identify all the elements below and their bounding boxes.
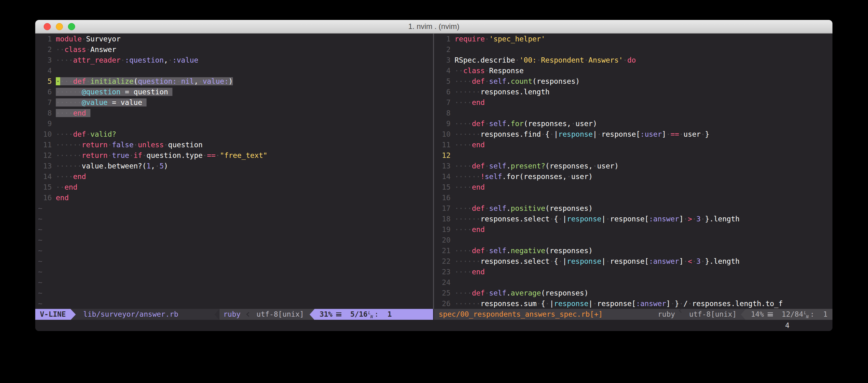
code-line[interactable]: 19····end xyxy=(434,224,833,235)
code-line[interactable]: 3RSpec.describe·'00:·Respondent·Answers'… xyxy=(434,55,833,65)
cursor-block: · xyxy=(56,77,60,85)
code-line[interactable]: 2··class·Answer xyxy=(35,44,433,55)
code-line[interactable]: 16end xyxy=(35,193,433,203)
filler-row[interactable]: ~ xyxy=(35,267,433,277)
code-line[interactable]: 4 xyxy=(35,65,433,76)
line-number: 14 xyxy=(38,171,52,182)
filler-row[interactable]: ~ xyxy=(35,203,433,214)
code-line[interactable]: 7····end xyxy=(434,97,833,108)
line-number: 26 xyxy=(437,298,451,309)
code-line[interactable]: 6······responses.length xyxy=(434,86,833,97)
editor-content: 1module·Surveyor2··class·Answer3····attr… xyxy=(35,34,833,309)
code-line[interactable]: 5····def·initialize(question:·nil,·value… xyxy=(35,76,433,86)
line-number: 16 xyxy=(38,193,52,203)
line-position: 12/84 xyxy=(782,309,803,320)
line-number: 11 xyxy=(437,139,451,150)
code-line[interactable]: 8····end xyxy=(35,108,433,118)
line-number: 4 xyxy=(437,65,451,76)
line-number: 24 xyxy=(437,277,451,288)
code-line[interactable]: 9 xyxy=(35,118,433,129)
code-line[interactable]: 1require·'spec_helper' xyxy=(434,34,833,44)
code-line[interactable]: 4··class·Response xyxy=(434,65,833,76)
code-line[interactable]: 11······return·false·unless·question xyxy=(35,139,433,150)
line-position: 5/16 xyxy=(350,309,367,320)
scroll-percent: 31% xyxy=(319,309,333,320)
line-number: 2 xyxy=(38,44,52,55)
code-line[interactable]: 12 xyxy=(434,150,833,161)
code-line[interactable]: 9····def·self.for(responses,·user) xyxy=(434,118,833,129)
code-line[interactable]: 1module·Surveyor xyxy=(35,34,433,44)
code-line[interactable]: 7······@value·=·value xyxy=(35,97,433,108)
statusline-inactive[interactable]: spec/00_respondents_answers_spec.rb[+] r… xyxy=(434,309,833,320)
filler-row[interactable]: ~ xyxy=(35,298,433,309)
code-line[interactable]: 13····def·self.present?(responses,·user) xyxy=(434,161,833,171)
filetype-label: ruby xyxy=(219,309,245,320)
code-line[interactable]: 3····attr_reader·:question,·:value xyxy=(35,55,433,65)
code-line[interactable]: 20 xyxy=(434,235,833,245)
left-editor-pane[interactable]: 1module·Surveyor2··class·Answer3····attr… xyxy=(35,34,433,309)
line-number: 12 xyxy=(38,150,52,161)
vim-mode-indicator: V-LINE xyxy=(35,309,70,320)
visual-selection: ····end xyxy=(56,109,90,117)
line-number: 5 xyxy=(38,76,52,86)
filler-row[interactable]: ~ xyxy=(35,277,433,288)
code-line[interactable]: 10····def·valid? xyxy=(35,129,433,139)
code-line[interactable]: 15····end xyxy=(434,182,833,193)
line-number: 14 xyxy=(437,171,451,182)
line-number: 21 xyxy=(437,245,451,256)
line-number: 1 xyxy=(437,34,451,44)
code-line[interactable]: 18······responses.select·{·|response|·re… xyxy=(434,214,833,224)
line-number: 23 xyxy=(437,267,451,277)
code-line[interactable]: 8 xyxy=(434,108,833,118)
scroll-percent: 14% xyxy=(751,309,764,320)
code-line[interactable]: 14····end xyxy=(35,171,433,182)
code-line[interactable]: 6······@question·=·question xyxy=(35,86,433,97)
code-line[interactable]: 12······return·true·if·question.type·==·… xyxy=(35,150,433,161)
code-line[interactable]: 2 xyxy=(434,44,833,55)
filler-row[interactable]: ~ xyxy=(35,214,433,224)
filler-row[interactable]: ~ xyxy=(35,224,433,235)
powerline-arrow-icon xyxy=(215,309,219,320)
line-number: 1 xyxy=(38,34,52,44)
code-line[interactable]: 26······responses.sum·{·|response|·respo… xyxy=(434,298,833,309)
code-line[interactable]: 15··end xyxy=(35,182,433,193)
statusline-position-section: 31% 5/16 LN : 1 xyxy=(315,309,433,320)
filler-row[interactable]: ~ xyxy=(35,235,433,245)
line-number: 7 xyxy=(38,97,52,108)
line-number: 19 xyxy=(437,224,451,235)
code-line[interactable]: 14······!self.for(responses,·user) xyxy=(434,171,833,182)
inactive-filename: spec/00_respondents_answers_spec.rb[+] xyxy=(434,309,603,320)
window-titlebar[interactable]: 1. nvim . (nvim) xyxy=(35,20,833,34)
line-number: 12 xyxy=(437,150,451,161)
filler-row[interactable]: ~ xyxy=(35,288,433,298)
code-line[interactable]: 21····def·self.negative(responses) xyxy=(434,245,833,256)
code-line[interactable]: 5····def·self.count(responses) xyxy=(434,76,833,86)
chevron-left-icon xyxy=(679,309,684,313)
terminal-window: 1. nvim . (nvim) 1module·Surveyor2··clas… xyxy=(35,20,833,331)
code-line[interactable]: 17····def·self.positive(responses) xyxy=(434,203,833,214)
line-number: 16 xyxy=(437,193,451,203)
line-number: 5 xyxy=(437,76,451,86)
filetype-label: ruby xyxy=(657,309,678,320)
column-number: 1 xyxy=(823,309,828,320)
code-line[interactable]: 16 xyxy=(434,193,833,203)
code-line[interactable]: 11····end xyxy=(434,139,833,150)
code-line[interactable]: 23····end xyxy=(434,267,833,277)
line-number: 7 xyxy=(437,97,451,108)
line-number: 13 xyxy=(437,161,451,171)
colon-separator: : xyxy=(810,309,814,320)
command-line[interactable]: 4 xyxy=(35,320,833,331)
code-line[interactable]: 25····def·self.average(responses) xyxy=(434,288,833,298)
statusline-active[interactable]: V-LINE lib/surveyor/answer.rb ruby utf-8… xyxy=(35,309,433,320)
code-line[interactable]: 13······value.between?(1,·5) xyxy=(35,161,433,171)
code-line[interactable]: 10······responses.find·{·|response|·resp… xyxy=(434,129,833,139)
code-line[interactable]: 22······responses.select·{·|response|·re… xyxy=(434,256,833,267)
menu-lines-icon xyxy=(336,312,341,316)
chevron-left-icon xyxy=(246,312,251,317)
filler-row[interactable]: ~ xyxy=(35,245,433,256)
line-number: 11 xyxy=(38,139,52,150)
code-line[interactable]: 24 xyxy=(434,277,833,288)
filler-row[interactable]: ~ xyxy=(35,256,433,267)
right-editor-pane[interactable]: 1require·'spec_helper'23RSpec.describe·'… xyxy=(434,34,833,309)
colon-separator: : xyxy=(374,309,379,320)
